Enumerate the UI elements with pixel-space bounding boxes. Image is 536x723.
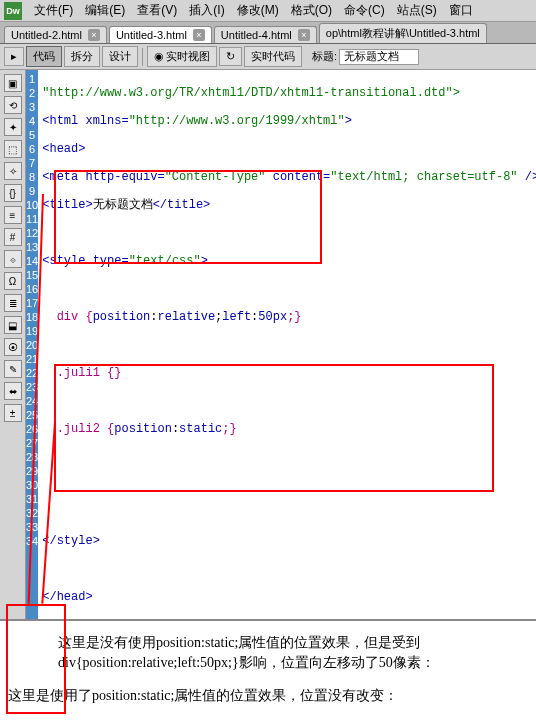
main-area: ▣ ⟲ ✦ ⬚ ✧ {} ≡ # ⟐ Ω ≣ ⬓ ⦿ ✎ ⬌ ± 1234567…	[0, 70, 536, 641]
tool-icon[interactable]: ⟐	[4, 250, 22, 268]
menu-edit[interactable]: 编辑(E)	[79, 0, 131, 21]
view-split-button[interactable]: 拆分	[64, 46, 100, 67]
tool-icon[interactable]: ✦	[4, 118, 22, 136]
menu-file[interactable]: 文件(F)	[28, 0, 79, 21]
tab-path-untitled-3[interactable]: op\html教程讲解\Untitled-3.html	[319, 23, 487, 43]
tab-label: op\html教程讲解\Untitled-3.html	[326, 26, 480, 41]
separator	[142, 48, 143, 66]
tool-icon[interactable]: ≡	[4, 206, 22, 224]
tab-untitled-2[interactable]: Untitled-2.html×	[4, 26, 107, 43]
title-input[interactable]	[339, 49, 419, 65]
tool-icon[interactable]: ⬌	[4, 382, 22, 400]
menubar: Dw 文件(F) 编辑(E) 查看(V) 插入(I) 修改(M) 格式(O) 命…	[0, 0, 536, 22]
close-icon[interactable]: ×	[298, 29, 310, 41]
tool-icon[interactable]: Ω	[4, 272, 22, 290]
live-view-button[interactable]: ◉实时视图	[147, 46, 217, 67]
tool-icon[interactable]: ⬓	[4, 316, 22, 334]
close-icon[interactable]: ×	[88, 29, 100, 41]
tool-icon[interactable]: ⦿	[4, 338, 22, 356]
code-editor[interactable]: 1234567891011121314151617181920212223242…	[26, 70, 536, 641]
menu-window[interactable]: 窗口	[443, 0, 479, 21]
tab-untitled-4[interactable]: Untitled-4.html×	[214, 26, 317, 43]
preview-paragraph-1: 这里是没有使用position:static;属性值的位置效果，但是受到div{…	[58, 633, 528, 672]
tool-icon[interactable]: ⟲	[4, 96, 22, 114]
dreamweaver-logo-icon: Dw	[4, 2, 22, 20]
menu-view[interactable]: 查看(V)	[131, 0, 183, 21]
tab-label: Untitled-4.html	[221, 29, 292, 41]
tool-icon[interactable]: ✧	[4, 162, 22, 180]
menu-modify[interactable]: 修改(M)	[231, 0, 285, 21]
tool-icon[interactable]: #	[4, 228, 22, 246]
title-label: 标题:	[312, 49, 337, 64]
code-content[interactable]: "http://www.w3.org/TR/xhtml1/DTD/xhtml1-…	[38, 70, 536, 641]
menu-insert[interactable]: 插入(I)	[183, 0, 230, 21]
view-design-button[interactable]: 设计	[102, 46, 138, 67]
tab-label: Untitled-2.html	[11, 29, 82, 41]
tool-icon[interactable]: ⬚	[4, 140, 22, 158]
tool-icon[interactable]: ±	[4, 404, 22, 422]
tab-label: Untitled-3.html	[116, 29, 187, 41]
line-gutter: 1234567891011121314151617181920212223242…	[26, 70, 38, 641]
refresh-icon[interactable]: ↻	[219, 47, 242, 66]
tool-icon[interactable]: ✎	[4, 360, 22, 378]
tool-icon[interactable]: ≣	[4, 294, 22, 312]
document-toolbar: ▸ 代码 拆分 设计 ◉实时视图 ↻ 实时代码 标题:	[0, 44, 536, 70]
live-code-button[interactable]: 实时代码	[244, 46, 302, 67]
menu-commands[interactable]: 命令(C)	[338, 0, 391, 21]
view-code-button[interactable]: 代码	[26, 46, 62, 67]
tool-icon[interactable]: ▣	[4, 74, 22, 92]
globe-icon: ◉	[154, 50, 164, 63]
close-icon[interactable]: ×	[193, 29, 205, 41]
preview-paragraph-2: 这里是使用了position:static;属性值的位置效果，位置没有改变：	[8, 686, 528, 706]
tab-untitled-3[interactable]: Untitled-3.html×	[109, 26, 212, 43]
preview-pane: 这里是没有使用position:static;属性值的位置效果，但是受到div{…	[0, 619, 536, 723]
menu-site[interactable]: 站点(S)	[391, 0, 443, 21]
code-toolbar: ▣ ⟲ ✦ ⬚ ✧ {} ≡ # ⟐ Ω ≣ ⬓ ⦿ ✎ ⬌ ±	[0, 70, 26, 641]
document-tabbar: Untitled-2.html× Untitled-3.html× Untitl…	[0, 22, 536, 44]
tool-icon[interactable]: {}	[4, 184, 22, 202]
expand-icon[interactable]: ▸	[4, 47, 24, 66]
menu-format[interactable]: 格式(O)	[285, 0, 338, 21]
